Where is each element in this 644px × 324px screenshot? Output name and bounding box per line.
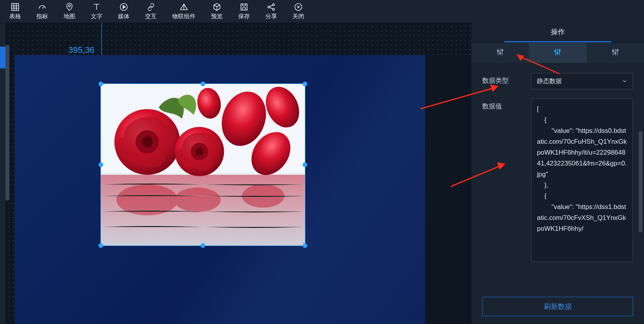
toolbar-save[interactable]: 保存: [230, 0, 258, 23]
toolbar-label: 物联组件: [172, 13, 196, 20]
svg-rect-3: [241, 4, 247, 10]
panel-body: 数据类型 静态数据 数据值 [ { "value": "https://dss0…: [471, 63, 644, 294]
svg-point-22: [174, 188, 221, 213]
subtab-data[interactable]: [529, 43, 586, 63]
panel-tab-operations[interactable]: 操作: [471, 23, 644, 43]
resize-handle-ml[interactable]: [99, 162, 103, 167]
svg-point-31: [615, 52, 616, 54]
resize-handle-bm[interactable]: [201, 243, 205, 248]
label-data-type: 数据类型: [482, 73, 531, 85]
toolbar-indicator[interactable]: 指标: [29, 0, 56, 23]
image-placeholder: [101, 84, 305, 246]
toolbar-label: 保存: [238, 13, 250, 20]
toolbar-label: 预览: [211, 13, 223, 20]
toolbar-label: 文字: [91, 13, 102, 20]
ruler-guide-vertical[interactable]: [101, 23, 102, 55]
toolbar-label: 分享: [265, 13, 277, 20]
label-data-value: 数据值: [482, 99, 531, 111]
refresh-button-label: 刷新数据: [544, 302, 572, 311]
grid-icon: [10, 2, 20, 12]
ruler-vertical: [5, 23, 15, 324]
sliders-icon: [553, 48, 562, 58]
svg-point-30: [612, 50, 614, 52]
toolbar-preview[interactable]: 预览: [203, 0, 230, 23]
svg-rect-0: [12, 3, 19, 10]
resize-handle-tr[interactable]: [303, 82, 307, 86]
close-circle-icon: [293, 2, 303, 12]
toolbar-share[interactable]: 分享: [258, 0, 285, 23]
svg-point-19: [196, 148, 204, 156]
left-sidebar: [0, 23, 5, 324]
save-icon: [239, 2, 249, 12]
subtab-interaction[interactable]: [587, 43, 644, 63]
selection-coordinates: 395,36: [68, 45, 94, 55]
svg-point-32: [616, 50, 618, 51]
select-data-type[interactable]: 静态数据: [531, 73, 633, 89]
toolbar-map[interactable]: 地图: [56, 0, 83, 23]
play-circle-icon: [119, 2, 129, 12]
resize-handle-mr[interactable]: [303, 162, 307, 167]
svg-point-29: [559, 50, 561, 51]
triangle-up-icon: [179, 2, 189, 12]
share-icon: [266, 2, 276, 12]
toolbar-label: 关闭: [293, 13, 304, 20]
toolbar-close[interactable]: 关闭: [285, 0, 312, 23]
workspace: 395,36: [0, 23, 644, 324]
svg-point-25: [499, 52, 501, 54]
top-toolbar: 表格 指标 地图 文字 媒体 交互 物联组件 预览 保存 分享 关闭: [0, 0, 644, 23]
toolbar-label: 媒体: [118, 13, 130, 20]
toolbar-label: 地图: [64, 13, 75, 20]
resize-handle-tl[interactable]: [99, 82, 103, 86]
resize-handle-bl[interactable]: [99, 243, 103, 248]
code-scrollbar[interactable]: [639, 131, 642, 232]
subtab-style[interactable]: [471, 43, 529, 63]
toolbar-label: 表格: [9, 13, 21, 20]
svg-point-28: [557, 52, 559, 54]
location-icon: [64, 2, 74, 12]
text-icon: [92, 2, 102, 12]
toolbar-interact[interactable]: 交互: [137, 0, 164, 23]
panel-subtabs: [471, 43, 644, 63]
toolbar-label: 指标: [36, 13, 48, 20]
chevron-down-icon: [622, 78, 627, 84]
refresh-data-button[interactable]: 刷新数据: [482, 297, 633, 316]
sliders-icon: [611, 48, 620, 58]
selected-component[interactable]: [100, 84, 305, 246]
link-icon: [146, 2, 156, 12]
toolbar-iot[interactable]: 物联组件: [164, 0, 203, 23]
svg-point-24: [497, 50, 499, 52]
gauge-icon: [37, 2, 47, 12]
select-value: 静态数据: [537, 77, 562, 85]
svg-point-1: [69, 5, 71, 7]
toolbar-media[interactable]: 媒体: [110, 0, 137, 23]
resize-handle-tm[interactable]: [201, 82, 205, 86]
properties-panel: 操作 数据类型 静态数据: [471, 23, 644, 324]
code-editor-data-value[interactable]: [ { "value": "https://dss0.bdstatic.com/…: [531, 99, 633, 262]
sliders-icon: [496, 48, 504, 58]
svg-point-27: [555, 50, 556, 52]
canvas-area[interactable]: 395,36: [5, 23, 471, 324]
toolbar-table[interactable]: 表格: [2, 0, 29, 23]
toolbar-text[interactable]: 文字: [83, 0, 110, 23]
resize-handle-br[interactable]: [303, 243, 307, 248]
sidebar-active-indicator: [0, 47, 5, 68]
panel-tab-label: 操作: [504, 23, 611, 42]
svg-point-16: [142, 136, 153, 147]
toolbar-label: 交互: [145, 13, 157, 20]
cube-icon: [212, 2, 222, 12]
svg-point-26: [502, 50, 503, 51]
